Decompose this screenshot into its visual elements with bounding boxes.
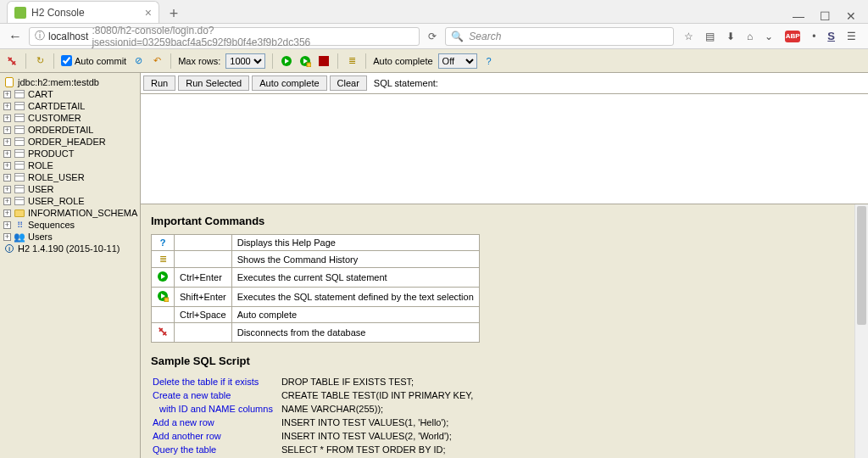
browser-tab-strip: H2 Console × + — ☐ ✕: [0, 0, 868, 24]
expand-icon[interactable]: +: [3, 162, 11, 170]
back-button[interactable]: ←: [5, 26, 25, 47]
expand-icon[interactable]: +: [3, 209, 11, 217]
expand-icon[interactable]: +: [3, 174, 11, 182]
sample-link[interactable]: Add another row: [153, 431, 221, 441]
command-icon[interactable]: ?: [152, 235, 175, 251]
tree-table[interactable]: +USER_ROLE: [2, 195, 138, 207]
history-icon[interactable]: ≣: [345, 54, 359, 68]
search-icon: 🔍: [451, 31, 464, 42]
command-desc: Auto complete: [231, 307, 479, 323]
tree-version[interactable]: i H2 1.4.190 (2015-10-11): [2, 243, 138, 254]
sample-link[interactable]: with ID and NAME columns: [153, 404, 273, 414]
help-icon[interactable]: ?: [482, 54, 496, 68]
auto-commit-checkbox[interactable]: Auto commit: [61, 55, 126, 66]
expand-icon[interactable]: +: [3, 126, 11, 134]
expand-icon[interactable]: +: [3, 114, 11, 122]
run-icon[interactable]: [280, 54, 293, 68]
tree-table[interactable]: +CARTDETAIL: [2, 100, 138, 112]
menu-icon[interactable]: ☰: [847, 31, 856, 42]
s-extension-icon[interactable]: S: [827, 30, 835, 42]
maximize-icon[interactable]: ☐: [820, 9, 831, 23]
scrollbar-thumb[interactable]: [857, 206, 866, 325]
browser-tab[interactable]: H2 Console ×: [7, 1, 159, 23]
max-rows-label: Max rows:: [178, 56, 220, 66]
command-icon[interactable]: ≣: [152, 251, 175, 268]
sample-row: with ID and NAME columns NAME VARCHAR(25…: [153, 403, 481, 415]
clear-button[interactable]: Clear: [330, 75, 367, 91]
tree-table[interactable]: +ORDER_HEADER: [2, 136, 138, 148]
expand-icon[interactable]: +: [3, 103, 11, 110]
sample-sql: SELECT * FROM TEST ORDER BY ID;: [281, 444, 481, 455]
important-commands-heading: Important Commands: [151, 215, 858, 227]
browser-search[interactable]: 🔍 Search: [445, 27, 674, 46]
expand-icon[interactable]: +: [3, 186, 11, 193]
command-row: Shift+EnterExecutes the SQL statement de…: [152, 288, 480, 307]
auto-complete-select[interactable]: Off: [438, 53, 477, 69]
commit-icon[interactable]: ⊘: [131, 54, 145, 68]
abp-icon[interactable]: ABP: [785, 31, 800, 42]
tree-table-label: USER_ROLE: [28, 196, 85, 206]
favicon-icon: [14, 7, 26, 19]
command-icon[interactable]: [152, 268, 175, 288]
command-icon[interactable]: [152, 323, 175, 343]
tree-table[interactable]: +CART: [2, 88, 138, 100]
expand-icon[interactable]: +: [3, 138, 11, 146]
sample-table: Delete the table if it existsDROP TABLE …: [151, 374, 483, 458]
library-icon[interactable]: ▤: [705, 31, 715, 42]
tree-schema[interactable]: + INFORMATION_SCHEMA: [2, 207, 138, 219]
tree-table[interactable]: +ROLE_USER: [2, 171, 138, 183]
refresh-button[interactable]: ⟳: [423, 31, 442, 42]
expand-icon[interactable]: +: [3, 198, 11, 205]
separator: [170, 53, 171, 69]
sample-link[interactable]: Query the table: [153, 444, 216, 455]
table-icon: [14, 149, 25, 158]
auto-commit-input[interactable]: [61, 55, 72, 66]
command-icon[interactable]: [152, 288, 175, 307]
pocket-icon[interactable]: ⌄: [765, 31, 773, 42]
refresh-icon[interactable]: ↻: [33, 54, 47, 68]
tree-table-label: CART: [28, 89, 53, 99]
stop-icon[interactable]: [317, 54, 331, 68]
disconnect-icon[interactable]: [5, 54, 19, 68]
close-icon[interactable]: ×: [145, 6, 152, 20]
run-selected-button[interactable]: Run Selected: [178, 75, 249, 91]
run-button[interactable]: Run: [143, 75, 175, 91]
search-placeholder: Search: [469, 31, 501, 42]
tree-table[interactable]: +CUSTOMER: [2, 112, 138, 124]
tree-table[interactable]: +USER: [2, 183, 138, 195]
info-icon[interactable]: ⓘ: [35, 29, 45, 43]
expand-icon[interactable]: +: [3, 150, 11, 158]
command-desc: Executes the SQL statement defined by th…: [231, 288, 479, 307]
url-bar[interactable]: ⓘ localhost:8080/h2-console/login.do?jse…: [29, 27, 420, 46]
new-tab-button[interactable]: +: [164, 4, 183, 23]
max-rows-select[interactable]: 1000: [225, 53, 265, 69]
expand-icon[interactable]: +: [3, 233, 11, 241]
auto-complete-button[interactable]: Auto complete: [252, 75, 326, 91]
sample-link[interactable]: Add a new row: [153, 417, 214, 427]
home-icon[interactable]: ⌂: [747, 31, 753, 42]
tree-db[interactable]: jdbc:h2:mem:testdb: [2, 76, 138, 88]
sample-link[interactable]: Create a new table: [153, 390, 231, 400]
sql-editor[interactable]: [141, 94, 868, 204]
close-window-icon[interactable]: ✕: [846, 9, 856, 23]
rollback-icon[interactable]: ↶: [150, 54, 164, 68]
tree-table[interactable]: +ROLE: [2, 159, 138, 171]
minimize-icon[interactable]: —: [793, 9, 804, 23]
tree-table[interactable]: +ORDERDETAIL: [2, 124, 138, 136]
dot-icon[interactable]: •: [812, 31, 815, 42]
run-selected-icon[interactable]: [298, 54, 312, 68]
url-path: :8080/h2-console/login.do?jsessionid=032…: [92, 25, 414, 48]
expand-icon[interactable]: +: [3, 91, 11, 98]
command-icon[interactable]: [152, 307, 175, 323]
download-icon[interactable]: ⬇: [726, 31, 735, 42]
sample-link[interactable]: Delete the table if it exists: [153, 377, 259, 387]
tree-table[interactable]: +PRODUCT: [2, 148, 138, 159]
folder-icon: [14, 209, 25, 217]
tree-users[interactable]: + 👥 Users: [2, 231, 138, 243]
expand-icon[interactable]: +: [3, 221, 11, 229]
tree-sequences[interactable]: + ⠿ Sequences: [2, 219, 138, 231]
bookmark-icon[interactable]: ☆: [684, 31, 693, 42]
command-shortcut: Ctrl+Space: [175, 307, 232, 323]
commands-table: ?Displays this Help Page≣Shows the Comma…: [151, 234, 480, 343]
scrollbar[interactable]: [854, 204, 868, 458]
